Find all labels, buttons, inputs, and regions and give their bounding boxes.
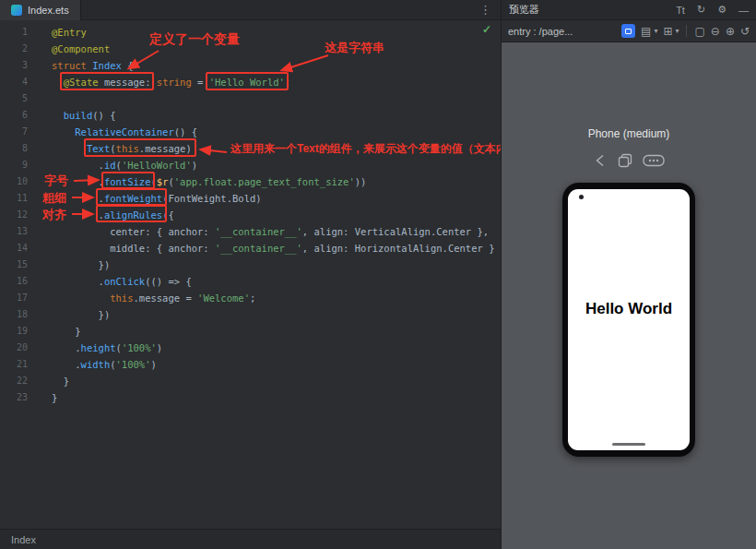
code-line[interactable]: 19 }: [0, 323, 501, 340]
code-line[interactable]: 2@Component: [0, 41, 501, 57]
zoom-out-icon[interactable]: ⊖: [711, 26, 720, 37]
divider: [686, 25, 687, 37]
code-text: RelativeContainer() {: [28, 124, 197, 140]
rotate-icon[interactable]: ↺: [740, 26, 750, 37]
line-number[interactable]: 11: [0, 190, 28, 207]
code-text: }): [28, 306, 110, 323]
line-number[interactable]: 4: [0, 74, 28, 90]
tab-index-ets[interactable]: Index.ets: [0, 0, 81, 20]
code-line[interactable]: 7 RelativeContainer() {: [0, 124, 501, 140]
line-number[interactable]: 13: [0, 223, 28, 240]
phone-screen[interactable]: Hello World: [568, 189, 690, 450]
preview-more-button[interactable]: [643, 153, 665, 168]
code-line[interactable]: 3struct Index {: [0, 57, 501, 74]
line-number[interactable]: 18: [0, 306, 28, 323]
code-line[interactable]: 17 this.message = 'Welcome';: [0, 290, 501, 306]
code-line[interactable]: 13 center: { anchor: '__container__', al…: [0, 223, 501, 240]
line-number[interactable]: 12: [0, 207, 28, 223]
previewer-title: 预览器: [509, 3, 539, 17]
more-options-icon[interactable]: ⋮: [470, 3, 501, 17]
phone-screen-text[interactable]: Hello World: [568, 300, 690, 318]
line-number[interactable]: 9: [0, 157, 28, 173]
code-line[interactable]: 14 middle: { anchor: '__container__', al…: [0, 240, 501, 257]
code-line[interactable]: 20 .height('100%'): [0, 340, 501, 356]
status-bar: Index: [0, 529, 501, 549]
previewer-toolbar-icons: ▤ ▾ ⊞ ▾ ▢ ⊖ ⊕ ↺: [621, 24, 750, 38]
layers-icon[interactable]: ▤: [641, 26, 651, 37]
code-text: .fontSize($r('app.float.page_text_font_s…: [28, 173, 366, 190]
line-number[interactable]: 5: [0, 90, 28, 107]
line-number[interactable]: 1: [0, 24, 28, 41]
code-text: center: { anchor: '__container__', align…: [28, 223, 489, 240]
line-number[interactable]: 23: [0, 389, 28, 406]
zoom-in-icon[interactable]: ⊕: [726, 26, 735, 37]
code-text: Text(this.message): [28, 140, 192, 157]
code-text: @State message: string = 'Hello World';: [28, 74, 290, 90]
breadcrumb[interactable]: Index: [11, 534, 36, 545]
line-number[interactable]: 2: [0, 41, 28, 57]
entry-page-selector[interactable]: entry : /page...: [508, 26, 573, 37]
line-number[interactable]: 20: [0, 340, 28, 356]
code-text: middle: { anchor: '__container__', align…: [28, 240, 494, 257]
grid-view-icon[interactable]: ⊞: [663, 26, 672, 37]
code-line[interactable]: 4 @State message: string = 'Hello World'…: [0, 74, 501, 90]
code-text: @Component: [28, 41, 110, 57]
code-line[interactable]: 5: [0, 90, 501, 107]
refresh-icon[interactable]: ↻: [697, 4, 705, 16]
code-area: 1@Entry2@Component3struct Index {4 @Stat…: [0, 20, 501, 406]
code-text: }): [28, 257, 110, 273]
line-number[interactable]: 3: [0, 57, 28, 74]
line-number[interactable]: 15: [0, 257, 28, 273]
frame-icon[interactable]: ▢: [694, 26, 704, 37]
device-controls: [502, 153, 756, 168]
code-line[interactable]: 9 .id('HelloWorld'): [0, 157, 501, 173]
line-number[interactable]: 19: [0, 323, 28, 340]
line-number[interactable]: 6: [0, 107, 28, 124]
line-number[interactable]: 10: [0, 173, 28, 190]
line-number[interactable]: 16: [0, 273, 28, 290]
code-text: }: [28, 389, 57, 406]
code-line[interactable]: 1@Entry: [0, 24, 501, 41]
code-line[interactable]: 8 Text(this.message): [0, 140, 501, 157]
code-line[interactable]: 23}: [0, 389, 501, 406]
line-number[interactable]: 22: [0, 373, 28, 389]
code-text: struct Index {: [28, 57, 134, 74]
minimize-icon[interactable]: —: [738, 5, 749, 16]
code-line[interactable]: 10 .fontSize($r('app.float.page_text_fon…: [0, 173, 501, 190]
line-number[interactable]: 8: [0, 140, 28, 157]
previewer-header: 预览器 Tt ↻ ⚙ —: [502, 0, 756, 20]
code-line[interactable]: 15 }): [0, 257, 501, 273]
preview-back-button[interactable]: [593, 153, 608, 168]
code-line[interactable]: 11 .fontWeight(FontWeight.Bold): [0, 190, 501, 207]
code-text: .width('100%'): [28, 356, 157, 373]
tab-title: Index.ets: [28, 5, 69, 16]
line-number[interactable]: 17: [0, 290, 28, 306]
preview-canvas: Phone (medium): [502, 42, 756, 549]
code-line[interactable]: 18 }): [0, 306, 501, 323]
ellipsis-icon: [643, 153, 665, 168]
line-number[interactable]: 7: [0, 124, 28, 140]
code-line[interactable]: 21 .width('100%'): [0, 356, 501, 373]
code-text: @Entry: [28, 24, 87, 41]
code-editor: 1@Entry2@Component3struct Index {4 @Stat…: [0, 20, 501, 529]
code-text: [28, 90, 52, 107]
inspector-icon[interactable]: [621, 24, 635, 38]
settings-gear-icon[interactable]: ⚙: [717, 4, 726, 16]
preview-multitask-button[interactable]: [618, 153, 632, 168]
font-scale-icon[interactable]: Tt: [676, 5, 685, 16]
code-line[interactable]: 12 .alignRules({: [0, 207, 501, 223]
line-number[interactable]: 14: [0, 240, 28, 257]
preview-pane: 预览器 Tt ↻ ⚙ — entry : /page... ▤ ▾ ⊞ ▾ ▢ …: [501, 0, 756, 549]
code-text: .id('HelloWorld'): [28, 157, 197, 173]
chevron-down-icon[interactable]: ▾: [654, 28, 657, 35]
home-indicator: [612, 443, 645, 447]
chevron-down-icon[interactable]: ▾: [675, 28, 679, 35]
code-line[interactable]: 6 build() {: [0, 107, 501, 124]
editor-tab-bar: Index.ets ⋮: [0, 0, 501, 20]
code-line[interactable]: 22 }: [0, 373, 501, 389]
line-number[interactable]: 21: [0, 356, 28, 373]
code-line[interactable]: 16 .onClick(() => {: [0, 273, 501, 290]
code-text: build() {: [28, 107, 116, 124]
inspector-glyph: [625, 29, 632, 34]
back-icon: [593, 153, 608, 168]
